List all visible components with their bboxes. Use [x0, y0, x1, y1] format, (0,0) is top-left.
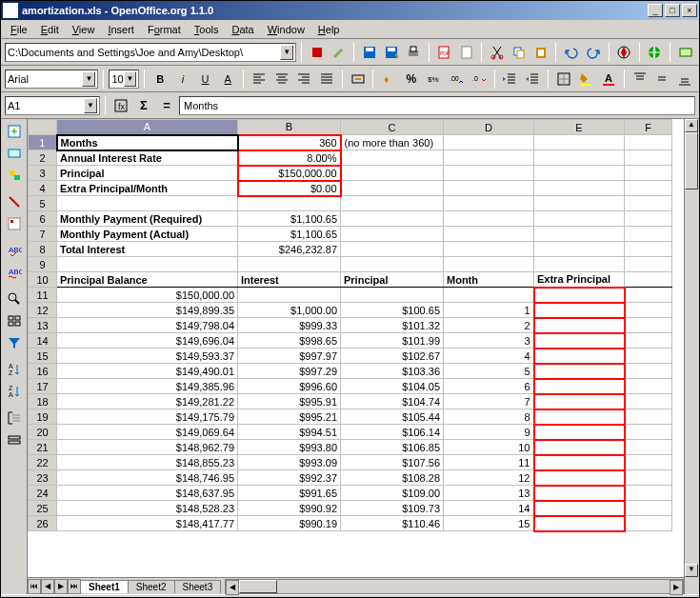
cell-B4[interactable]: $0.00: [238, 181, 341, 196]
cell-C17[interactable]: $104.05: [341, 379, 444, 394]
col-header-D[interactable]: D: [444, 120, 534, 135]
cell-C16[interactable]: $103.36: [341, 364, 444, 379]
row-header-22[interactable]: 22: [29, 455, 57, 470]
cell-D1[interactable]: [444, 135, 534, 150]
cell-F26[interactable]: [625, 516, 672, 531]
cell-C18[interactable]: $104.74: [341, 394, 444, 409]
cell-F25[interactable]: [625, 501, 672, 516]
cell-C24[interactable]: $109.00: [341, 486, 444, 501]
menu-window[interactable]: Window: [262, 22, 310, 37]
cell-A23[interactable]: $148,746.95: [57, 470, 238, 486]
cell-D23[interactable]: 12: [444, 470, 534, 486]
cell-E4[interactable]: [534, 181, 625, 196]
cell-E22[interactable]: [534, 455, 625, 470]
underline-style-button[interactable]: A: [217, 69, 238, 90]
cell-B11[interactable]: [238, 288, 341, 303]
tab-next-icon[interactable]: ▶: [54, 579, 68, 594]
cell-E23[interactable]: [534, 470, 625, 486]
cell-A11[interactable]: $150,000.00: [57, 288, 238, 303]
select-all-corner[interactable]: [29, 120, 57, 135]
cell-F10[interactable]: [625, 272, 672, 288]
cell-E18[interactable]: [534, 394, 625, 409]
cell-C25[interactable]: $109.73: [341, 501, 444, 516]
edit-icon[interactable]: [329, 42, 349, 63]
row-header-18[interactable]: 18: [29, 394, 57, 409]
cell-D14[interactable]: 3: [444, 333, 534, 349]
row-header-12[interactable]: 12: [29, 303, 57, 318]
cell-C20[interactable]: $106.14: [341, 425, 444, 440]
insert-cell-icon[interactable]: [4, 121, 25, 142]
cell-C6[interactable]: [341, 211, 444, 227]
cell-C23[interactable]: $108.28: [341, 470, 444, 486]
cell-B16[interactable]: $997.29: [238, 364, 341, 379]
scroll-thumb[interactable]: [239, 580, 277, 593]
cell-A4[interactable]: Extra Principal/Month: [57, 181, 238, 196]
undo-icon[interactable]: [561, 42, 581, 63]
cell-F2[interactable]: [625, 150, 672, 166]
cell-E9[interactable]: [534, 257, 625, 272]
hyperlink-icon[interactable]: [645, 42, 665, 63]
cell-E21[interactable]: [534, 440, 625, 455]
cell-E5[interactable]: [534, 196, 625, 211]
dropdown-icon[interactable]: ▼: [280, 45, 293, 60]
cell-D9[interactable]: [444, 257, 534, 272]
cell-F3[interactable]: [625, 166, 672, 181]
tab-sheet2[interactable]: Sheet2: [128, 580, 175, 593]
find-icon[interactable]: [4, 289, 25, 309]
cell-A13[interactable]: $149,798.04: [57, 318, 238, 333]
cell-E7[interactable]: [534, 227, 625, 242]
cell-C11[interactable]: [341, 288, 444, 303]
cell-D22[interactable]: 11: [444, 455, 534, 470]
dropdown-icon[interactable]: ▼: [124, 71, 137, 87]
menu-tools[interactable]: Tools: [189, 22, 225, 37]
ungroup-icon[interactable]: [4, 429, 25, 450]
cell-E16[interactable]: [534, 364, 625, 379]
cell-A12[interactable]: $149,899.35: [57, 303, 238, 318]
cell-A7[interactable]: Monthly Payment (Actual): [57, 227, 238, 242]
cell-A9[interactable]: [57, 257, 238, 272]
cell-B25[interactable]: $990.92: [238, 501, 341, 516]
vertical-scrollbar[interactable]: ▲ ▼: [684, 119, 699, 594]
cell-C2[interactable]: [341, 150, 444, 166]
fontsize-combo[interactable]: 10 ▼: [109, 70, 139, 89]
cell-E12[interactable]: [534, 303, 625, 318]
cell-E8[interactable]: [534, 242, 625, 257]
insert-object-icon[interactable]: [4, 143, 25, 164]
font-combo[interactable]: Arial ▼: [5, 70, 98, 89]
redo-icon[interactable]: [584, 42, 604, 63]
cell-F22[interactable]: [625, 455, 672, 470]
cell-A21[interactable]: $148,962.79: [57, 440, 238, 455]
cell-D6[interactable]: [444, 211, 534, 227]
row-header-7[interactable]: 7: [29, 227, 57, 242]
tab-prev-icon[interactable]: ◀: [41, 579, 54, 594]
cell-F9[interactable]: [625, 257, 672, 272]
cell-B24[interactable]: $991.65: [238, 486, 341, 501]
spreadsheet[interactable]: ABCDEF1Months360(no more than 360)2Annua…: [28, 119, 684, 594]
gallery-icon[interactable]: [675, 42, 695, 63]
bgcolor-button[interactable]: [576, 69, 597, 90]
cell-F12[interactable]: [625, 303, 672, 318]
dropdown-icon[interactable]: ▼: [82, 71, 95, 87]
cell-E14[interactable]: [534, 333, 625, 349]
cell-C15[interactable]: $102.67: [341, 349, 444, 364]
cell-A18[interactable]: $149,281.22: [57, 394, 238, 409]
cell-A8[interactable]: Total Interest: [57, 242, 238, 257]
cell-E6[interactable]: [534, 211, 625, 227]
autoformat-icon[interactable]: [4, 191, 25, 212]
autospell-icon[interactable]: ABC: [4, 262, 25, 283]
tab-sheet3[interactable]: Sheet3: [174, 580, 222, 593]
document-icon[interactable]: [456, 42, 476, 63]
cell-D18[interactable]: 7: [444, 394, 534, 409]
row-header-19[interactable]: 19: [29, 409, 57, 425]
scroll-up-icon[interactable]: ▲: [685, 119, 698, 132]
cell-D19[interactable]: 8: [444, 409, 534, 425]
cell-E3[interactable]: [534, 166, 625, 181]
cell-F6[interactable]: [625, 211, 672, 227]
autofilter-icon[interactable]: [4, 332, 25, 353]
cell-B3[interactable]: $150,000.00: [238, 166, 341, 181]
cell-C3[interactable]: [341, 166, 444, 181]
minimize-button[interactable]: _: [648, 4, 663, 17]
align-bottom-button[interactable]: [674, 69, 695, 90]
group-icon[interactable]: [4, 408, 25, 429]
cell-D11[interactable]: [444, 288, 534, 303]
